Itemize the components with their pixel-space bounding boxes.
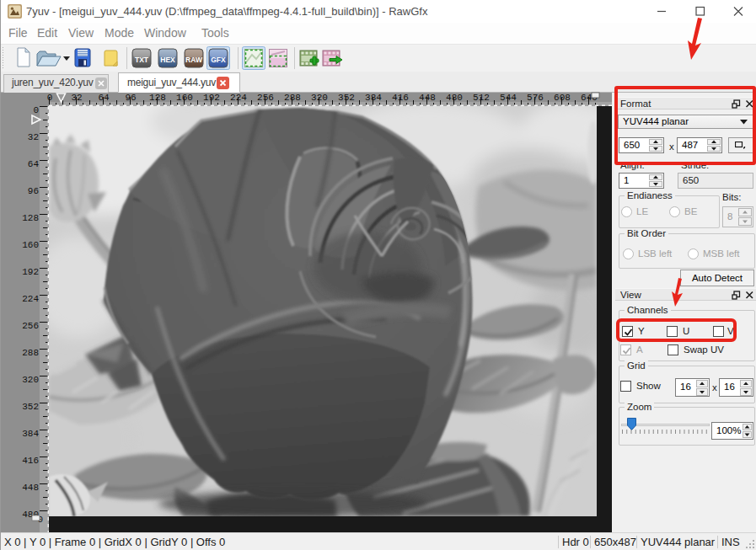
svg-text:RAW: RAW [185, 56, 203, 64]
svg-text:96: 96 [28, 186, 39, 196]
svg-text:416: 416 [22, 456, 39, 466]
svg-text:448: 448 [419, 93, 436, 103]
svg-text:288: 288 [284, 93, 301, 103]
svg-text:352: 352 [22, 402, 39, 412]
svg-text:128: 128 [149, 93, 166, 103]
svg-text:96: 96 [125, 93, 136, 103]
svg-text:160: 160 [176, 93, 193, 103]
svg-text:224: 224 [230, 93, 247, 103]
svg-text:160: 160 [22, 240, 39, 250]
svg-text:192: 192 [203, 93, 220, 103]
svg-text:192: 192 [22, 267, 39, 277]
svg-text:288: 288 [22, 348, 39, 358]
svg-text:384: 384 [22, 429, 39, 439]
svg-text:320: 320 [22, 375, 39, 385]
svg-text:256: 256 [22, 321, 39, 331]
svg-text:576: 576 [527, 93, 544, 103]
svg-text:608: 608 [554, 93, 571, 103]
svg-text:64: 64 [28, 159, 40, 169]
svg-text:352: 352 [338, 93, 355, 103]
svg-text:224: 224 [22, 294, 39, 304]
svg-text:32: 32 [28, 132, 39, 142]
svg-text:448: 448 [22, 483, 39, 493]
svg-text:128: 128 [22, 213, 39, 223]
svg-text:544: 544 [500, 93, 517, 103]
svg-text:TXT: TXT [135, 56, 149, 64]
svg-text:512: 512 [473, 93, 490, 103]
svg-text:HEX: HEX [160, 56, 175, 64]
svg-text:0: 0 [47, 93, 53, 103]
svg-text:256: 256 [257, 93, 274, 103]
svg-text:64: 64 [98, 93, 110, 103]
svg-text:GFX: GFX [211, 56, 226, 64]
svg-text:416: 416 [392, 93, 409, 103]
svg-text:32: 32 [71, 93, 82, 103]
svg-text:320: 320 [311, 93, 328, 103]
svg-text:0: 0 [33, 106, 39, 115]
svg-text:480: 480 [446, 93, 463, 103]
svg-text:384: 384 [365, 93, 382, 103]
